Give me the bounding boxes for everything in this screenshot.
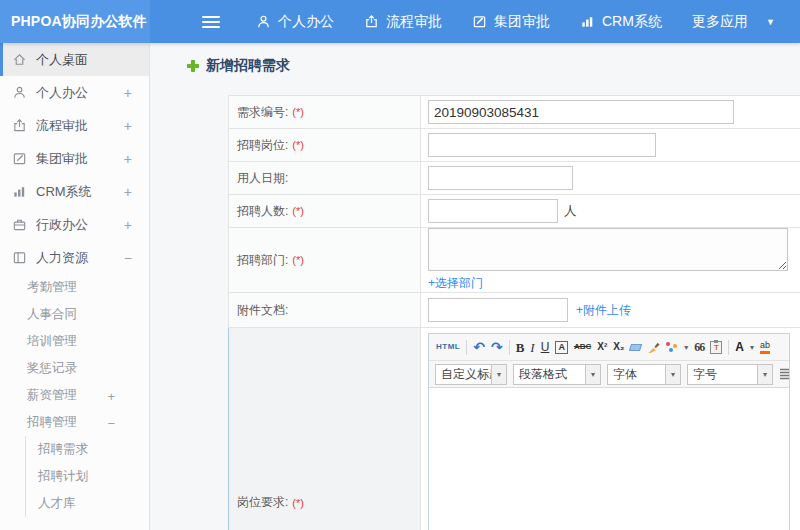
redo-icon[interactable]: ↷: [491, 340, 503, 354]
sidebar-item-label: 集团审批: [36, 150, 88, 168]
html-source-button[interactable]: HTML: [436, 343, 460, 351]
expand-toggle[interactable]: −: [107, 415, 115, 430]
sidebar-item-recruitment-request[interactable]: 招聘需求: [26, 436, 149, 463]
expand-toggle[interactable]: −: [124, 250, 132, 266]
nav-process-approval[interactable]: 流程审批: [364, 13, 442, 31]
eraser-icon[interactable]: [629, 344, 642, 351]
sidebar-item-process-approval[interactable]: 流程审批 +: [0, 109, 149, 142]
sidebar-item-recruitment-management[interactable]: 招聘管理 −: [0, 409, 149, 436]
form-row-headcount: 招聘人数: (*) 人: [228, 195, 800, 228]
expand-toggle[interactable]: +: [124, 118, 132, 134]
sidebar-item-admin-office[interactable]: 行政办公 +: [0, 208, 149, 241]
align-left-icon[interactable]: [779, 368, 789, 381]
nav-crm-system[interactable]: CRM系统: [580, 13, 662, 31]
font-color-button[interactable]: A: [735, 341, 744, 353]
sidebar-item-label: 个人桌面: [36, 51, 88, 69]
department-textarea[interactable]: [428, 228, 788, 271]
border-text-button[interactable]: A: [555, 341, 568, 354]
upload-icon: [364, 14, 379, 29]
italic-button[interactable]: I: [530, 341, 534, 354]
hire-date-input[interactable]: [428, 166, 573, 190]
sidebar-item-label: 人才库: [38, 495, 76, 512]
nav-label: 集团审批: [494, 13, 550, 31]
nav-group-approval[interactable]: 集团审批: [472, 13, 550, 31]
sidebar-item-label: 薪资管理: [27, 387, 77, 404]
recruitment-request-form: 需求编号: (*) 招聘岗位: (*) 用人日期:: [228, 95, 800, 530]
nav-personal-office[interactable]: 个人办公: [256, 13, 334, 31]
sidebar-item-label: 招聘管理: [27, 414, 77, 431]
sidebar-item-personal-office[interactable]: 个人办公 +: [0, 76, 149, 109]
required-mark: (*): [292, 139, 304, 151]
sidebar-item-crm-system[interactable]: CRM系统 +: [0, 175, 149, 208]
superscript-button[interactable]: X²: [597, 342, 607, 352]
divider: [466, 340, 467, 355]
sidebar-item-reward-punishment[interactable]: 奖惩记录: [0, 355, 149, 382]
font-size-select[interactable]: 字号 ▾: [687, 364, 773, 385]
menu-toggle-icon[interactable]: [202, 16, 220, 28]
chevron-down-icon: ▾: [491, 365, 506, 384]
background-color-button[interactable]: ab: [760, 341, 770, 354]
expand-toggle[interactable]: +: [124, 85, 132, 101]
scrawl-icon[interactable]: [666, 341, 678, 353]
font-family-select[interactable]: 字体 ▾: [607, 364, 681, 385]
field-label: 招聘部门:: [237, 252, 288, 269]
field-label: 招聘岗位:: [237, 137, 288, 154]
form-row-hire-date: 用人日期:: [228, 162, 800, 195]
expand-toggle[interactable]: +: [107, 388, 115, 403]
underline-button[interactable]: U: [541, 341, 550, 353]
select-department-link[interactable]: +选择部门: [428, 275, 483, 292]
blockquote-button[interactable]: 66: [694, 341, 704, 353]
attachment-input[interactable]: [428, 298, 568, 322]
headcount-input[interactable]: [428, 199, 558, 223]
sidebar-item-attendance-management[interactable]: 考勤管理: [0, 274, 149, 301]
custom-title-select[interactable]: 自定义标题 ▾: [435, 364, 507, 385]
field-label: 招聘人数:: [237, 203, 288, 220]
editor-toolbar-bottom: 自定义标题 ▾ 段落格式 ▾ 字体 ▾: [429, 361, 789, 388]
sidebar-item-personal-desktop[interactable]: 个人桌面: [0, 43, 149, 76]
nav-label: 流程审批: [386, 13, 442, 31]
sidebar-item-recruitment-plan[interactable]: 招聘计划: [26, 463, 149, 490]
paste-icon[interactable]: T: [710, 341, 722, 354]
edit-icon: [472, 14, 487, 29]
briefcase-icon: [12, 217, 27, 232]
expand-toggle[interactable]: +: [124, 151, 132, 167]
page-title: 新增招聘需求: [187, 56, 800, 76]
editor-content[interactable]: [429, 388, 789, 530]
page-title-text: 新增招聘需求: [206, 57, 290, 75]
expand-toggle[interactable]: +: [124, 217, 132, 233]
required-mark: (*): [292, 106, 304, 118]
sidebar-item-salary-management[interactable]: 薪资管理 +: [0, 382, 149, 409]
chevron-down-icon[interactable]: ▾: [684, 343, 688, 352]
nav-label: 更多应用: [692, 13, 748, 31]
recruitment-subgroup: 招聘需求 招聘计划 人才库: [25, 436, 149, 517]
sidebar-item-label: 培训管理: [27, 333, 77, 350]
chevron-down-icon: ▾: [665, 365, 680, 384]
undo-icon[interactable]: ↶: [473, 340, 485, 354]
sidebar-item-human-resources[interactable]: 人力资源 −: [0, 241, 149, 274]
form-row-attachment: 附件文档: +附件上传: [228, 293, 800, 328]
sidebar-item-label: CRM系统: [36, 183, 92, 201]
expand-toggle[interactable]: +: [124, 184, 132, 200]
nav-label: CRM系统: [602, 13, 662, 31]
sidebar-item-training-management[interactable]: 培训管理: [0, 328, 149, 355]
nav-more-apps[interactable]: 更多应用: [692, 13, 748, 31]
sidebar-item-label: 人事合同: [27, 306, 77, 323]
bar-chart-icon: [12, 184, 27, 199]
job-position-input[interactable]: [428, 133, 656, 157]
sidebar-item-personnel-contract[interactable]: 人事合同: [0, 301, 149, 328]
nav-label: 个人办公: [278, 13, 334, 31]
paragraph-format-select[interactable]: 段落格式 ▾: [513, 364, 601, 385]
sidebar-item-group-approval[interactable]: 集团审批 +: [0, 142, 149, 175]
format-painter-icon[interactable]: [647, 341, 660, 354]
app-logo: PHPOA协同办公软件: [0, 0, 150, 43]
sidebar-item-talent-pool[interactable]: 人才库: [26, 490, 149, 517]
request-number-input[interactable]: [428, 100, 734, 124]
sidebar-item-label: 个人办公: [36, 84, 88, 102]
attachment-upload-link[interactable]: +附件上传: [576, 302, 631, 319]
chevron-down-icon[interactable]: ▼: [766, 17, 775, 27]
strikethrough-button[interactable]: ABC: [574, 343, 591, 351]
subscript-button[interactable]: X₂: [613, 342, 624, 352]
bold-button[interactable]: B: [516, 341, 525, 354]
chevron-down-icon[interactable]: ▾: [750, 343, 754, 352]
sidebar-item-label: 考勤管理: [27, 279, 77, 296]
